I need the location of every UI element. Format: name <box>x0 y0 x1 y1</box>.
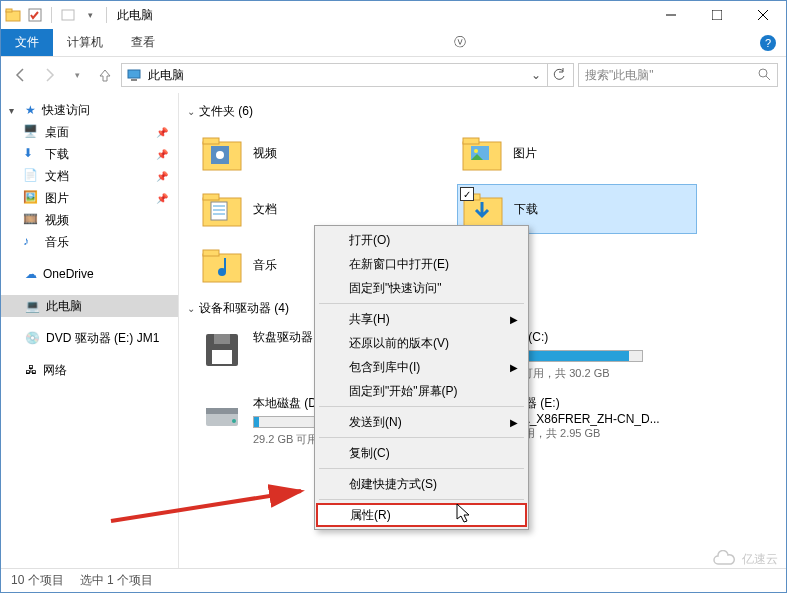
drive-label: 动器 (E:) <box>513 395 693 412</box>
cm-send-to[interactable]: 发送到(N)▶ <box>317 410 526 434</box>
drive-subtext: 3 可用，共 30.2 GB <box>513 366 693 381</box>
address-bar[interactable]: 此电脑 ⌄ <box>121 63 574 87</box>
folder-item-videos[interactable]: 视频 <box>197 128 437 178</box>
sidebar-quick-access[interactable]: ▾★快速访问 <box>1 99 178 121</box>
ribbon-expand-icon[interactable]: ⓥ <box>444 29 476 56</box>
folder-label: 下载 <box>514 201 538 218</box>
sidebar-this-pc[interactable]: ▸💻此电脑 <box>1 295 178 317</box>
submenu-arrow-icon: ▶ <box>510 362 518 373</box>
refresh-icon[interactable] <box>547 64 569 86</box>
recent-dropdown-icon[interactable]: ▾ <box>65 63 89 87</box>
svg-line-11 <box>766 76 770 80</box>
pin-icon: 📌 <box>156 193 168 204</box>
title-bar: ▾ 此电脑 <box>1 1 786 29</box>
documents-icon: 📄 <box>23 168 39 184</box>
search-box[interactable]: 搜索"此电脑" <box>578 63 778 87</box>
svg-rect-32 <box>214 334 230 344</box>
maximize-button[interactable] <box>694 1 740 29</box>
documents-folder-icon <box>201 188 243 230</box>
svg-rect-9 <box>131 79 137 81</box>
cm-open-new-window[interactable]: 在新窗口中打开(E) <box>317 252 526 276</box>
folder-label: 图片 <box>513 145 537 162</box>
drive-label: 盘 (C:) <box>513 329 693 346</box>
separator <box>51 7 52 23</box>
cm-include-library[interactable]: 包含到库中(I)▶ <box>317 355 526 379</box>
separator <box>106 7 107 23</box>
pictures-folder-icon <box>461 132 503 174</box>
tab-file[interactable]: 文件 <box>1 29 53 56</box>
back-button[interactable] <box>9 63 33 87</box>
svg-rect-22 <box>211 202 227 220</box>
context-menu: 打开(O) 在新窗口中打开(E) 固定到"快速访问" 共享(H)▶ 还原以前的版… <box>314 225 529 530</box>
tab-computer[interactable]: 计算机 <box>53 29 117 56</box>
address-dropdown-icon[interactable]: ⌄ <box>531 68 541 82</box>
group-header-folders[interactable]: ⌄文件夹 (6) <box>187 103 778 120</box>
submenu-arrow-icon: ▶ <box>510 417 518 428</box>
address-path: 此电脑 <box>148 67 184 84</box>
sidebar-item-music[interactable]: ♪音乐 <box>1 231 178 253</box>
sidebar-item-documents[interactable]: 📄文档📌 <box>1 165 178 187</box>
close-button[interactable] <box>740 1 786 29</box>
cm-restore-versions[interactable]: 还原以前的版本(V) <box>317 331 526 355</box>
downloads-icon: ⬇ <box>23 146 39 162</box>
folder-item-pictures[interactable]: 图片 <box>457 128 697 178</box>
search-placeholder: 搜索"此电脑" <box>585 67 654 84</box>
checkbox-icon[interactable]: ✓ <box>460 187 474 201</box>
svg-point-10 <box>759 69 767 77</box>
cm-share[interactable]: 共享(H)▶ <box>317 307 526 331</box>
desktop-icon: 🖥️ <box>23 124 39 140</box>
properties-icon[interactable] <box>27 7 43 23</box>
sidebar-item-pictures[interactable]: 🖼️图片📌 <box>1 187 178 209</box>
svg-rect-38 <box>206 408 238 414</box>
videos-icon: 🎞️ <box>23 212 39 228</box>
folder-icon <box>5 7 21 23</box>
pictures-icon: 🖼️ <box>23 190 39 206</box>
floppy-icon <box>201 329 243 371</box>
svg-point-30 <box>218 268 226 276</box>
up-button[interactable] <box>93 63 117 87</box>
new-folder-icon[interactable] <box>60 7 76 23</box>
ribbon-tabs: 文件 计算机 查看 ⓥ ? <box>1 29 786 57</box>
sidebar-item-downloads[interactable]: ⬇下载📌 <box>1 143 178 165</box>
cm-pin-start[interactable]: 固定到"开始"屏幕(P) <box>317 379 526 403</box>
navigation-bar: ▾ 此电脑 ⌄ 搜索"此电脑" <box>1 57 786 93</box>
sidebar-item-videos[interactable]: 🎞️视频 <box>1 209 178 231</box>
cm-open[interactable]: 打开(O) <box>317 228 526 252</box>
minimize-button[interactable] <box>648 1 694 29</box>
svg-rect-33 <box>212 350 232 364</box>
svg-rect-29 <box>203 250 219 256</box>
svg-point-19 <box>474 149 478 153</box>
svg-rect-1 <box>6 9 12 12</box>
forward-button[interactable] <box>37 63 61 87</box>
cloud-icon <box>710 550 738 568</box>
folder-label: 视频 <box>253 145 277 162</box>
chevron-down-icon[interactable]: ▾ <box>82 7 98 23</box>
pin-icon: 📌 <box>156 149 168 160</box>
sidebar-item-desktop[interactable]: 🖥️桌面📌 <box>1 121 178 143</box>
window-title: 此电脑 <box>117 7 153 24</box>
svg-point-15 <box>216 151 224 159</box>
music-folder-icon <box>201 244 243 286</box>
cm-create-shortcut[interactable]: 创建快捷方式(S) <box>317 472 526 496</box>
sidebar-onedrive[interactable]: ▸☁OneDrive <box>1 263 178 285</box>
navigation-pane: ▾★快速访问 🖥️桌面📌 ⬇下载📌 📄文档📌 🖼️图片📌 🎞️视频 ♪音乐 ▸☁… <box>1 93 179 568</box>
separator <box>319 437 524 438</box>
cm-copy[interactable]: 复制(C) <box>317 441 526 465</box>
svg-rect-8 <box>128 70 140 78</box>
tab-view[interactable]: 查看 <box>117 29 169 56</box>
svg-rect-21 <box>203 194 219 200</box>
watermark: 亿速云 <box>710 550 778 568</box>
quick-access-toolbar: ▾ <box>5 7 109 23</box>
cm-pin-quick-access[interactable]: 固定到"快速访问" <box>317 276 526 300</box>
help-icon[interactable]: ? <box>750 29 786 56</box>
hdd-icon <box>201 395 243 437</box>
music-icon: ♪ <box>23 234 39 250</box>
separator <box>319 468 524 469</box>
sidebar-dvd[interactable]: ▸💿DVD 驱动器 (E:) JM1 <box>1 327 178 349</box>
pin-icon: 📌 <box>156 127 168 138</box>
sidebar-network[interactable]: ▸🖧网络 <box>1 359 178 381</box>
search-icon <box>757 67 771 84</box>
folder-label: 文档 <box>253 201 277 218</box>
status-count: 10 个项目 <box>11 572 64 589</box>
cm-properties[interactable]: 属性(R) <box>316 503 527 527</box>
